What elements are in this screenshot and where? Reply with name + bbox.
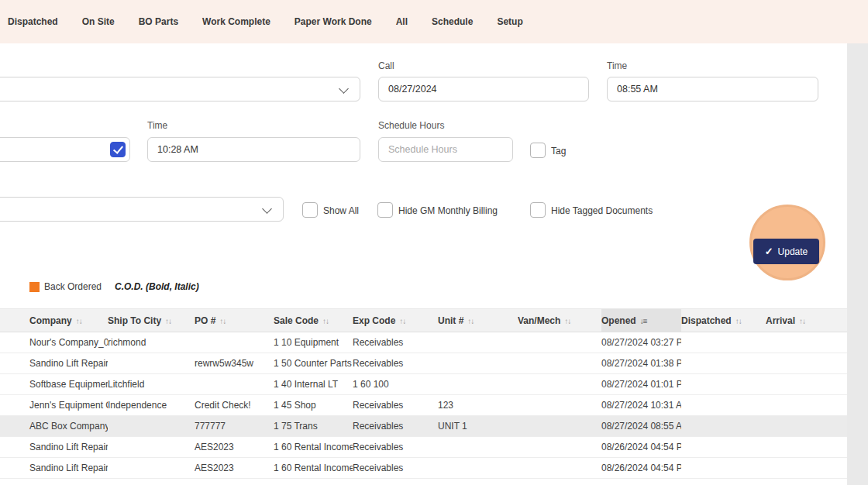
work-orders-table: Company↑↓Ship To City↑↓PO #↑↓Sale Code↑↓… bbox=[0, 308, 847, 479]
sort-desc-icon: ↓≡ bbox=[640, 317, 647, 325]
cell-unit bbox=[438, 353, 518, 374]
cell-po: rewrw5w345w bbox=[195, 353, 274, 374]
tag-label: Tag bbox=[551, 146, 566, 157]
column-header-unit[interactable]: Unit #↑↓ bbox=[438, 309, 518, 332]
cell-dispatched bbox=[681, 437, 766, 458]
tab-on-site[interactable]: On Site bbox=[82, 16, 115, 27]
column-header-company[interactable]: Company↑↓ bbox=[0, 309, 108, 332]
tab-dispatched[interactable]: Dispatched bbox=[8, 16, 58, 27]
sort-icon: ↑↓ bbox=[799, 317, 805, 325]
cell-sale-code: 1 75 Trans bbox=[274, 416, 353, 437]
filter-dropdown[interactable] bbox=[0, 197, 284, 222]
cell-opened: 08/26/2024 04:54 PM bbox=[601, 437, 681, 458]
cell-van-mech bbox=[518, 374, 601, 395]
chevron-down-icon bbox=[339, 84, 349, 94]
call-date-input[interactable] bbox=[378, 77, 589, 101]
column-header-opened[interactable]: Opened↓≡ bbox=[601, 309, 681, 332]
cell-exp-code: 1 60 100 bbox=[353, 374, 438, 395]
hide-tagged-documents-checkbox[interactable] bbox=[530, 202, 546, 218]
table-body: Nour's Company_0richmond1 10 EquipmentRe… bbox=[0, 332, 847, 479]
call-time-input[interactable] bbox=[607, 77, 818, 101]
cell-unit: 123 bbox=[438, 395, 518, 416]
column-header-po[interactable]: PO #↑↓ bbox=[195, 309, 274, 332]
sort-icon: ↑↓ bbox=[165, 317, 171, 325]
cell-exp-code: Receivables bbox=[353, 416, 438, 437]
cell-unit bbox=[438, 458, 518, 479]
column-label: Exp Code bbox=[353, 315, 395, 326]
table-row[interactable]: Sandino Lift Repairrewrw5w345w1 50 Count… bbox=[0, 353, 847, 374]
chevron-down-icon bbox=[262, 204, 272, 214]
hide-gm-monthly-billing-label: Hide GM Monthly Billing bbox=[398, 205, 498, 216]
check-icon: ✓ bbox=[765, 246, 773, 257]
table-row[interactable]: Sandino Lift RepairAES20231 60 Rental In… bbox=[0, 458, 847, 479]
cell-exp-code: Receivables bbox=[353, 353, 438, 374]
cell-van-mech bbox=[518, 332, 601, 353]
dispatch-time-label: Time bbox=[147, 120, 167, 131]
cell-dispatched bbox=[681, 416, 766, 437]
cell-van-mech bbox=[518, 458, 601, 479]
cell-van-mech bbox=[518, 353, 601, 374]
table-row[interactable]: ABC Box Company7777771 75 TransReceivabl… bbox=[0, 416, 847, 437]
show-all-label: Show All bbox=[323, 205, 359, 216]
cell-exp-code: Receivables bbox=[353, 332, 438, 353]
tab-paper-work-done[interactable]: Paper Work Done bbox=[294, 16, 372, 27]
cell-dispatched bbox=[681, 353, 766, 374]
tab-setup[interactable]: Setup bbox=[497, 16, 522, 27]
cell-company: Sandino Lift Repair bbox=[0, 458, 108, 479]
table-row[interactable]: Nour's Company_0richmond1 10 EquipmentRe… bbox=[0, 332, 847, 353]
cell-company: Jenn's Equipment Co bbox=[0, 395, 108, 416]
tag-checkbox[interactable] bbox=[530, 143, 546, 158]
tab-all[interactable]: All bbox=[396, 16, 408, 27]
cell-company: ABC Box Company bbox=[0, 416, 108, 437]
time-checkbox[interactable] bbox=[110, 142, 126, 157]
column-header-exp-code[interactable]: Exp Code↑↓ bbox=[353, 309, 438, 332]
cell-ship-to-city bbox=[108, 416, 195, 437]
cell-ship-to-city: Litchfield bbox=[108, 374, 195, 395]
cell-unit: UNIT 1 bbox=[438, 416, 518, 437]
table-row[interactable]: Jenn's Equipment CoIndependenceCredit Ch… bbox=[0, 395, 847, 416]
cell-po bbox=[195, 374, 274, 395]
hide-tagged-documents-label: Hide Tagged Documents bbox=[551, 205, 653, 216]
cell-exp-code: Receivables bbox=[353, 395, 438, 416]
table-row[interactable]: Softbase EquipmentLitchfield1 40 Interna… bbox=[0, 374, 847, 395]
cell-po: Credit Check! bbox=[195, 395, 274, 416]
cell-unit bbox=[438, 374, 518, 395]
cell-dispatched bbox=[681, 332, 766, 353]
table-row[interactable]: Sandino Lift RepairAES20231 60 Rental In… bbox=[0, 437, 847, 458]
cell-opened: 08/27/2024 03:27 PM bbox=[601, 332, 681, 353]
cell-company: Sandino Lift Repair bbox=[0, 437, 108, 458]
cell-company: Sandino Lift Repair bbox=[0, 353, 108, 374]
cell-sale-code: 1 50 Counter Parts bbox=[274, 353, 353, 374]
column-header-sale-code[interactable]: Sale Code↑↓ bbox=[274, 309, 353, 332]
cell-unit bbox=[438, 332, 518, 353]
dispatch-time-input[interactable] bbox=[147, 137, 360, 162]
cell-opened: 08/27/2024 08:55 AM bbox=[601, 416, 681, 437]
dispatch-page: DispatchedOn SiteBO PartsWork CompletePa… bbox=[0, 0, 868, 485]
cell-company: Softbase Equipment bbox=[0, 374, 108, 395]
tab-work-complete[interactable]: Work Complete bbox=[202, 16, 270, 27]
cell-exp-code: Receivables bbox=[353, 458, 438, 479]
update-button[interactable]: ✓ Update bbox=[753, 239, 819, 264]
hide-gm-monthly-billing-checkbox[interactable] bbox=[377, 202, 393, 218]
cell-dispatched bbox=[681, 458, 766, 479]
back-ordered-legend-label: Back Ordered bbox=[44, 282, 102, 292]
column-label: Opened bbox=[601, 315, 636, 326]
column-label: Sale Code bbox=[274, 315, 319, 326]
tab-schedule[interactable]: Schedule bbox=[432, 16, 473, 27]
cell-arrival bbox=[766, 395, 847, 416]
column-header-van-mech[interactable]: Van/Mech↑↓ bbox=[518, 309, 601, 332]
cell-arrival bbox=[766, 458, 847, 479]
cell-unit bbox=[438, 437, 518, 458]
status-dropdown[interactable] bbox=[0, 77, 360, 101]
show-all-checkbox[interactable] bbox=[302, 202, 318, 218]
cell-opened: 08/27/2024 10:31 AM bbox=[601, 395, 681, 416]
schedule-hours-input[interactable] bbox=[378, 137, 513, 162]
column-header-arrival[interactable]: Arrival↑↓ bbox=[766, 309, 847, 332]
cell-ship-to-city: Independence bbox=[108, 395, 195, 416]
column-header-dispatched[interactable]: Dispatched↑↓ bbox=[681, 309, 766, 332]
column-label: Dispatched bbox=[681, 315, 732, 326]
tab-bo-parts[interactable]: BO Parts bbox=[139, 16, 178, 27]
tab-bar: DispatchedOn SiteBO PartsWork CompletePa… bbox=[0, 0, 868, 43]
cell-company: Nour's Company_0 bbox=[0, 332, 108, 353]
column-header-ship-to-city[interactable]: Ship To City↑↓ bbox=[108, 309, 195, 332]
